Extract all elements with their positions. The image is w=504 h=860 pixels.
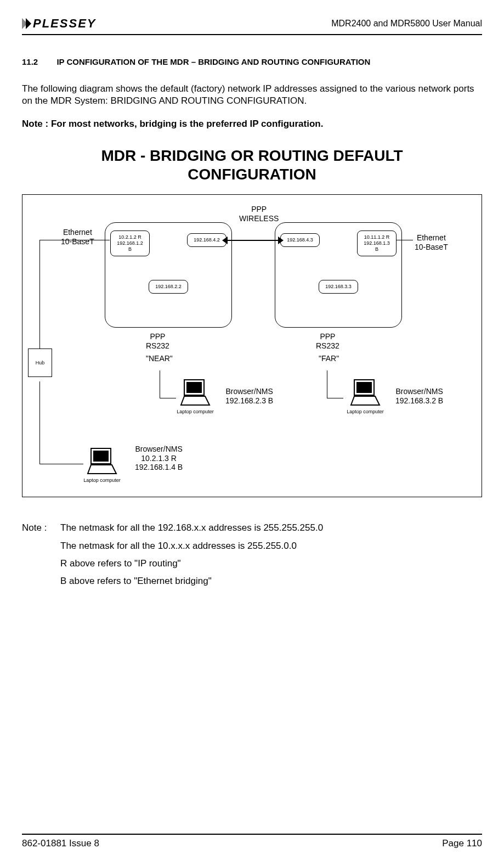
page-footer: 862-01881 Issue 8 Page 110 bbox=[22, 834, 482, 849]
svg-marker-5 bbox=[351, 396, 380, 405]
browser-ethernet: Browser/NMS 10.2.1.3 R 192.168.1.4 B bbox=[135, 445, 183, 471]
label-ethernet-right: Ethernet 10-BaseT bbox=[415, 233, 448, 251]
laptop-caption: Laptop computer bbox=[80, 477, 124, 483]
svg-marker-8 bbox=[88, 465, 116, 474]
label-ppp-rs232-right: PPP RS232 bbox=[316, 332, 339, 350]
logo-text: PLESSEY bbox=[33, 16, 96, 31]
logo-mark-icon bbox=[22, 18, 30, 29]
svg-rect-7 bbox=[93, 451, 109, 462]
logo: PLESSEY bbox=[22, 16, 96, 31]
laptop-caption: Laptop computer bbox=[173, 409, 217, 414]
label-ppp-wireless: PPP WIRELESS bbox=[239, 205, 279, 222]
notes-label: Note : bbox=[22, 519, 60, 537]
wireless-arrow-left-icon bbox=[222, 237, 228, 244]
svg-rect-1 bbox=[186, 382, 202, 393]
browser-far-rs232: Browser/NMS 192.168.3.2 B bbox=[395, 387, 443, 404]
note-line-3: R above refers to "IP routing" bbox=[60, 555, 181, 572]
ip-far-ethernet: 10.11.1.2 R 192.168.1.3 B bbox=[357, 231, 397, 256]
svg-rect-4 bbox=[356, 382, 372, 393]
ip-far-rs232: 192.168.3.3 bbox=[319, 280, 358, 294]
ip-near-wireless: 192.168.4.2 bbox=[187, 233, 226, 247]
footer-right: Page 110 bbox=[442, 838, 482, 849]
note-paragraph: Note : For most networks, bridging is th… bbox=[22, 118, 482, 130]
intro-paragraph: The following diagram shows the default … bbox=[22, 83, 482, 107]
ip-near-ethernet: 10.2.1.2 R 192.168.1.2 B bbox=[110, 231, 150, 256]
laptop-icon bbox=[349, 379, 382, 406]
hub-box: Hub bbox=[28, 349, 52, 377]
notes-block: Note : The netmask for all the 192.168.x… bbox=[22, 519, 482, 590]
manual-title: MDR2400 and MDR5800 User Manual bbox=[331, 19, 482, 29]
laptop-caption: Laptop computer bbox=[343, 409, 387, 414]
laptop-icon bbox=[86, 447, 118, 475]
network-diagram: PPP WIRELESS Ethernet 10-BaseT Ethernet … bbox=[22, 194, 482, 497]
section-heading: 11.2 IP CONFIGURATION OF THE MDR – BRIDG… bbox=[22, 57, 482, 66]
svg-marker-2 bbox=[181, 396, 209, 405]
wireless-arrow-right-icon bbox=[278, 237, 284, 244]
laptop-icon bbox=[179, 379, 212, 406]
footer-left: 862-01881 Issue 8 bbox=[22, 838, 99, 849]
diagram-title: MDR - BRIDGING OR ROUTING DEFAULT CONFIG… bbox=[22, 147, 482, 183]
section-title: IP CONFIGURATION OF THE MDR – BRIDGING A… bbox=[56, 57, 370, 66]
label-far: "FAR" bbox=[319, 354, 339, 363]
note-line-1: The netmask for all the 192.168.x.x addr… bbox=[60, 519, 323, 537]
ip-near-rs232: 192.168.2.2 bbox=[149, 280, 188, 294]
label-ppp-rs232-left: PPP RS232 bbox=[146, 332, 169, 350]
wireless-link-line bbox=[226, 240, 279, 241]
ip-far-wireless: 192.168.4.3 bbox=[280, 233, 320, 247]
note-line-4: B above refers to "Ethernet bridging" bbox=[60, 572, 212, 590]
browser-near-rs232: Browser/NMS 192.168.2.3 B bbox=[225, 387, 273, 404]
section-number: 11.2 bbox=[22, 57, 38, 66]
label-near: "NEAR" bbox=[146, 354, 173, 363]
label-ethernet-left: Ethernet 10-BaseT bbox=[61, 228, 94, 245]
note-line-2: The netmask for all the 10.x.x.x address… bbox=[60, 537, 297, 555]
page-header: PLESSEY MDR2400 and MDR5800 User Manual bbox=[22, 16, 482, 35]
